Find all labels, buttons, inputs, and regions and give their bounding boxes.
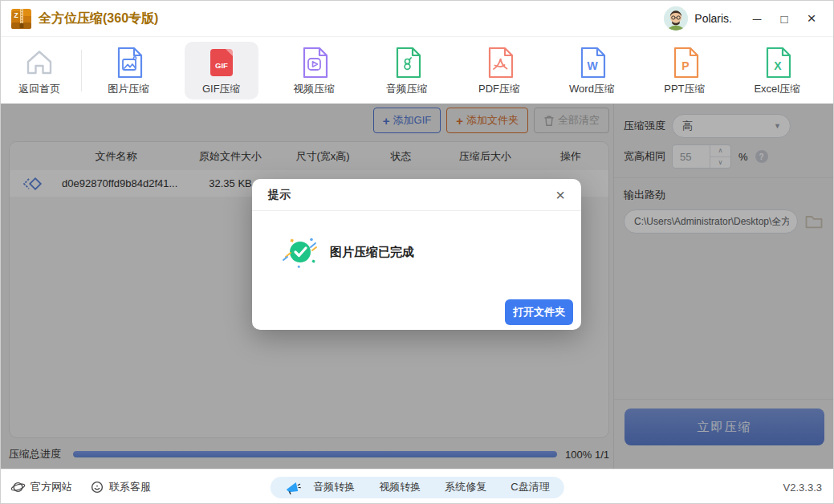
- app-window: Z 全方位压缩(360专版) Polaris. ─ □ ×: [0, 0, 834, 504]
- home-icon: [22, 45, 57, 80]
- toolbar-item-audio-compress[interactable]: 音频压缩: [370, 42, 443, 100]
- open-folder-button[interactable]: 打开文件夹: [505, 299, 573, 325]
- dialog-body: 图片压缩已完成: [252, 211, 581, 270]
- excel-file-icon: X: [759, 45, 795, 80]
- toolbar-item-pdf-compress[interactable]: PDF压缩: [462, 42, 535, 100]
- toolbar-item-image-compress[interactable]: 图片压缩: [92, 42, 165, 100]
- toolbar-label: 图片压缩: [108, 82, 149, 96]
- toolbar-item-home[interactable]: 返回首页: [9, 42, 71, 100]
- svg-text:Z: Z: [14, 11, 18, 19]
- main-region: + 添加GIF + 添加文件夹 全部清空: [1, 104, 833, 469]
- toolbar-item-video-compress[interactable]: 视频压缩: [278, 42, 351, 100]
- titlebar: Z 全方位压缩(360专版) Polaris. ─ □ ×: [1, 1, 833, 37]
- contact-support-link[interactable]: 联系客服: [90, 480, 151, 494]
- toolbar-label: Word压缩: [569, 82, 615, 96]
- toolbar-item-excel-compress[interactable]: X Excel压缩: [741, 42, 814, 100]
- dialog-message: 图片压缩已完成: [330, 245, 414, 260]
- close-icon[interactable]: ×: [798, 6, 825, 30]
- toolbar-item-word-compress[interactable]: W Word压缩: [555, 42, 629, 100]
- megaphone-icon: [284, 480, 300, 494]
- toolbar-label: Excel压缩: [754, 82, 800, 96]
- image-file-icon: [111, 45, 146, 80]
- cdrive-clean-link[interactable]: C盘清理: [511, 480, 549, 494]
- toolbar-item-ppt-compress[interactable]: P PPT压缩: [648, 42, 721, 100]
- dialog-header: 提示 ×: [252, 179, 581, 211]
- planet-icon: [10, 480, 26, 494]
- word-file-icon: W: [574, 45, 609, 80]
- toolbar-label: PDF压缩: [478, 82, 520, 96]
- success-check-icon: [281, 234, 319, 270]
- video-file-icon: [296, 45, 332, 80]
- pdf-file-icon: [482, 45, 517, 80]
- app-title: 全方位压缩(360专版): [39, 10, 158, 27]
- system-repair-link[interactable]: 系统修复: [445, 480, 486, 494]
- ppt-glyph: P: [681, 59, 689, 72]
- gif-file-icon: GIF: [204, 45, 239, 80]
- toolbar-label: 视频压缩: [293, 82, 335, 96]
- ppt-file-icon: P: [667, 45, 702, 80]
- app-logo-icon: Z: [10, 8, 32, 30]
- headset-smiley-icon: [90, 480, 104, 494]
- account-button[interactable]: Polaris.: [664, 6, 732, 30]
- toolbar-label: 返回首页: [18, 82, 60, 96]
- toolbar: 返回首页 图片压缩 GIF GIF压缩: [1, 37, 833, 104]
- user-avatar: [664, 6, 688, 30]
- word-glyph: W: [588, 59, 599, 72]
- gif-glyph: GIF: [215, 60, 228, 69]
- audio-file-icon: [389, 45, 425, 80]
- video-convert-link[interactable]: 视频转换: [379, 480, 421, 494]
- excel-glyph: X: [775, 59, 783, 72]
- username: Polaris.: [694, 12, 732, 25]
- official-website-link[interactable]: 官方网站: [10, 480, 72, 494]
- toolbar-label: GIF压缩: [202, 82, 241, 96]
- dialog-title: 提示: [268, 188, 555, 202]
- dialog-footer: 打开文件夹: [505, 299, 573, 325]
- toolbar-item-gif-compress[interactable]: GIF GIF压缩: [185, 42, 258, 100]
- maximize-icon[interactable]: □: [771, 6, 798, 30]
- promo-links-bar: 音频转换 视频转换 系统修复 C盘清理: [270, 477, 563, 498]
- version-label: V2.3.3.3: [783, 482, 822, 494]
- minimize-icon[interactable]: ─: [743, 6, 771, 30]
- toolbar-label: 音频压缩: [386, 82, 428, 96]
- audio-convert-link[interactable]: 音频转换: [313, 480, 355, 494]
- dialog: 提示 × 图片压缩已完成 打开文件夹: [252, 179, 581, 330]
- toolbar-label: PPT压缩: [664, 82, 705, 96]
- dialog-close-icon[interactable]: ×: [555, 187, 565, 203]
- contact-support-label: 联系客服: [109, 480, 151, 494]
- official-website-label: 官方网站: [31, 480, 72, 494]
- toolbar-separator: [81, 50, 82, 91]
- footer: 官方网站 联系客服 音频转换 视频转换 系统修复 C盘清理 V2.3.3.3: [1, 469, 833, 504]
